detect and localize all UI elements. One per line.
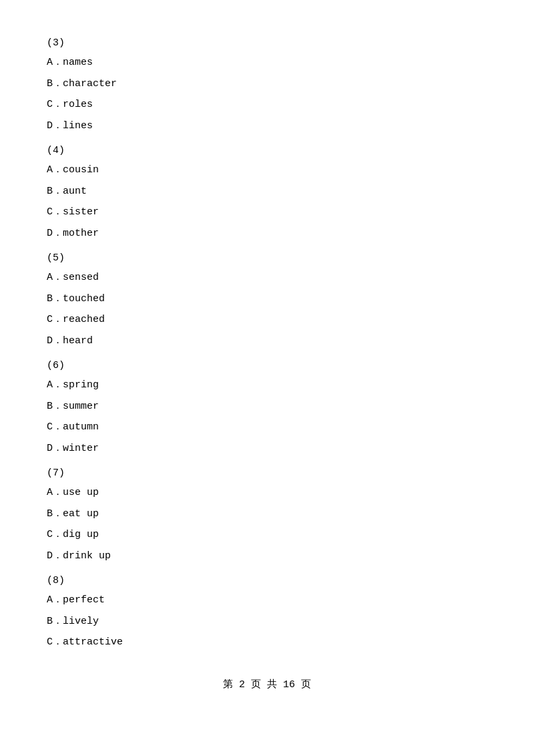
option-7-d[interactable]: D．drink up: [40, 548, 494, 565]
option-6-a[interactable]: A．spring: [40, 377, 494, 394]
option-3-b[interactable]: B．character: [40, 75, 494, 93]
question-number-7: (7): [40, 467, 494, 479]
option-8-a[interactable]: A．perfect: [40, 592, 494, 609]
question-number-5: (5): [40, 252, 494, 264]
option-5-d[interactable]: D．heard: [40, 333, 494, 350]
option-3-c[interactable]: C．roles: [40, 96, 494, 114]
option-8-c[interactable]: C．attractive: [40, 634, 494, 651]
option-4-d[interactable]: D．mother: [40, 225, 494, 242]
option-7-c[interactable]: C．dig up: [40, 526, 494, 544]
page-footer: 第 2 页 共 16 页: [40, 678, 494, 691]
option-7-b[interactable]: B．eat up: [40, 506, 494, 523]
option-6-b[interactable]: B．summer: [40, 398, 494, 415]
option-7-a[interactable]: A．use up: [40, 484, 494, 502]
question-number-4: (4): [40, 145, 494, 156]
question-number-3: (3): [40, 37, 494, 49]
question-number-6: (6): [40, 360, 494, 371]
option-4-c[interactable]: C．sister: [40, 204, 494, 221]
option-6-c[interactable]: C．autumn: [40, 419, 494, 436]
question-number-8: (8): [40, 575, 494, 586]
option-3-d[interactable]: D．lines: [40, 118, 494, 135]
option-4-a[interactable]: A．cousin: [40, 162, 494, 179]
option-6-d[interactable]: D．winter: [40, 440, 494, 457]
option-3-a[interactable]: A．names: [40, 54, 494, 71]
option-5-b[interactable]: B．touched: [40, 291, 494, 308]
option-5-c[interactable]: C．reached: [40, 311, 494, 329]
option-8-b[interactable]: B．lively: [40, 613, 494, 630]
option-4-b[interactable]: B．aunt: [40, 183, 494, 200]
option-5-a[interactable]: A．sensed: [40, 269, 494, 287]
